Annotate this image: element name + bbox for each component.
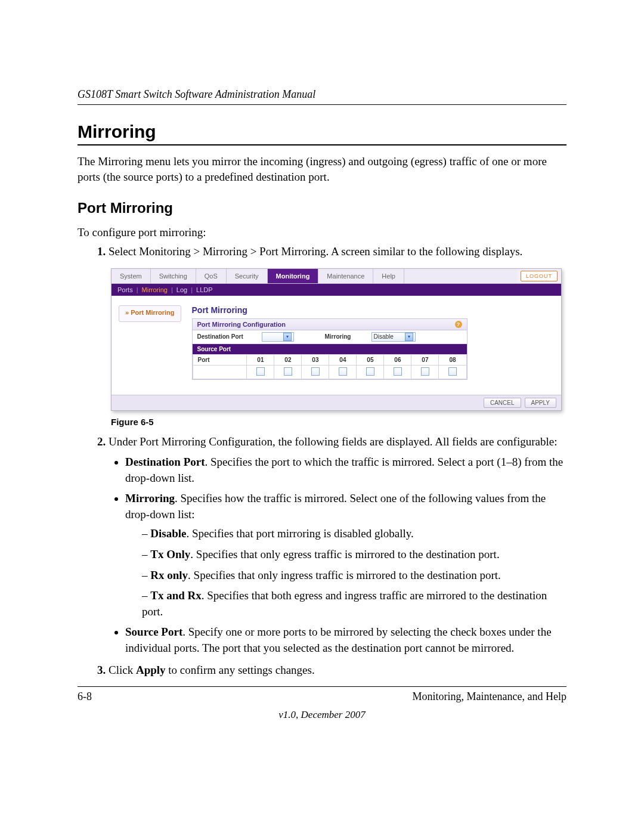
subnav-sep: |	[137, 286, 138, 293]
apply-button[interactable]: APPLY	[525, 398, 557, 408]
tab-qos[interactable]: QoS	[196, 269, 227, 283]
field-bullets: Destination Port. Specifies the port to …	[109, 454, 566, 657]
config-panel: Port Mirroring Port Mirroring Configurat…	[192, 305, 467, 383]
port-checkbox-03[interactable]	[311, 367, 320, 376]
port-col: 04	[329, 354, 357, 365]
tab-help[interactable]: Help	[373, 269, 404, 283]
dash-rx-only: Rx only. Specifies that only ingress tra…	[142, 568, 566, 584]
panel-title: Port Mirroring	[192, 305, 467, 315]
step-3-post: to confirm any settings changes.	[166, 664, 315, 676]
port-checkbox-07[interactable]	[421, 367, 429, 376]
step-2: Under Port Mirroring Configuration, the …	[109, 434, 566, 657]
step-list: Select Monitoring > Mirroring > Port Mir…	[78, 244, 566, 260]
sub-nav: Ports | Mirroring | Log | LLDP	[112, 284, 561, 296]
dest-port-select[interactable]: ▾	[262, 332, 294, 342]
tab-maintenance[interactable]: Maintenance	[318, 269, 373, 283]
mirroring-value: Disable	[374, 333, 394, 340]
action-bar: CANCEL APPLY	[112, 395, 561, 410]
logout-button[interactable]: LOGOUT	[521, 271, 558, 281]
tab-monitoring[interactable]: Monitoring	[268, 269, 319, 283]
port-col: 07	[411, 354, 439, 365]
dest-port-label: Destination Port	[197, 333, 257, 340]
side-nav-item[interactable]: » Port Mirroring	[119, 305, 181, 322]
step-3: Click Apply to confirm any settings chan…	[109, 662, 566, 679]
mirroring-select[interactable]: Disable ▾	[371, 332, 416, 342]
version-line: v1.0, December 2007	[78, 709, 566, 721]
tab-switching[interactable]: Switching	[151, 269, 196, 283]
step-list-continued: Under Port Mirroring Configuration, the …	[78, 434, 566, 679]
chevron-down-icon: ▾	[405, 333, 413, 341]
page-footer: 6-8 Monitoring, Maintenance, and Help	[78, 686, 566, 703]
bullet-source-port: Source Port. Specify one or more ports t…	[125, 624, 566, 656]
embedded-screenshot: System Switching QoS Security Monitoring…	[111, 268, 562, 411]
intro-paragraph: The Mirroring menu lets you mirror the i…	[78, 154, 566, 184]
port-col: 05	[357, 354, 384, 365]
config-box: Port Mirroring Configuration ? Destinati…	[192, 318, 467, 380]
subnav-sep: |	[171, 286, 173, 293]
port-col: 06	[384, 354, 411, 365]
page-number: 6-8	[78, 690, 92, 703]
subnav-log[interactable]: Log	[177, 286, 187, 293]
port-label: Port	[193, 354, 247, 365]
dash-tx-and-rx: Tx and Rx. Specifies that both egress an…	[142, 588, 566, 620]
figure-caption: Figure 6-5	[111, 417, 566, 427]
subnav-sep: |	[191, 286, 193, 293]
port-table: Port 01 02 03 04 05 06 07 08	[193, 354, 467, 379]
port-checkbox-08[interactable]	[448, 367, 457, 376]
tab-security[interactable]: Security	[227, 269, 268, 283]
help-icon[interactable]: ?	[455, 321, 462, 328]
section-title: Mirroring	[78, 122, 566, 145]
dash-disable: Disable. Specifies that port mirroring i…	[142, 526, 566, 542]
subnav-mirroring[interactable]: Mirroring	[142, 286, 168, 293]
tab-system[interactable]: System	[112, 269, 151, 283]
tab-spacer	[404, 269, 517, 283]
cancel-button[interactable]: CANCEL	[484, 398, 521, 408]
primary-tabs: System Switching QoS Security Monitoring…	[112, 269, 561, 284]
running-header: GS108T Smart Switch Software Administrat…	[78, 88, 566, 105]
source-port-header: Source Port	[193, 344, 467, 354]
port-checkbox-04[interactable]	[339, 367, 347, 376]
port-checkbox-row	[193, 365, 466, 379]
step-1: Select Monitoring > Mirroring > Port Mir…	[109, 244, 566, 260]
subsection-title: Port Mirroring	[78, 200, 566, 216]
port-col: 01	[247, 354, 274, 365]
chevron-down-icon: ▾	[283, 333, 292, 341]
port-col: 08	[439, 354, 466, 365]
bullet-destination-port: Destination Port. Specifies the port to …	[125, 454, 566, 486]
step-3-bold: Apply	[136, 664, 166, 676]
port-header-row: Port 01 02 03 04 05 06 07 08	[193, 354, 466, 365]
port-checkbox-01[interactable]	[256, 367, 265, 376]
step-3-pre: Click	[109, 664, 136, 676]
port-col: 02	[274, 354, 302, 365]
lead-text: To configure port mirroring:	[78, 225, 566, 240]
bullet-mirroring: Mirroring. Specifies how the traffic is …	[125, 491, 566, 620]
mirroring-label: Mirroring	[325, 333, 367, 340]
chapter-title: Monitoring, Maintenance, and Help	[413, 690, 566, 703]
document-page: GS108T Smart Switch Software Administrat…	[0, 0, 644, 833]
config-row: Destination Port ▾ Mirroring Disable ▾	[193, 330, 467, 344]
port-checkbox-06[interactable]	[394, 367, 402, 376]
port-checkbox-05[interactable]	[366, 367, 374, 376]
subnav-lldp[interactable]: LLDP	[196, 286, 213, 293]
dash-tx-only: Tx Only. Specifies that only egress traf…	[142, 547, 566, 563]
mirroring-values: Disable. Specifies that port mirroring i…	[125, 526, 566, 620]
step-2-text: Under Port Mirroring Configuration, the …	[109, 435, 557, 448]
content-area: » Port Mirroring Port Mirroring Port Mir…	[112, 296, 561, 395]
port-col: 03	[302, 354, 329, 365]
config-header-label: Port Mirroring Configuration	[197, 321, 286, 328]
port-checkbox-02[interactable]	[284, 367, 292, 376]
config-header: Port Mirroring Configuration ?	[193, 319, 467, 330]
subnav-ports[interactable]: Ports	[117, 286, 133, 293]
